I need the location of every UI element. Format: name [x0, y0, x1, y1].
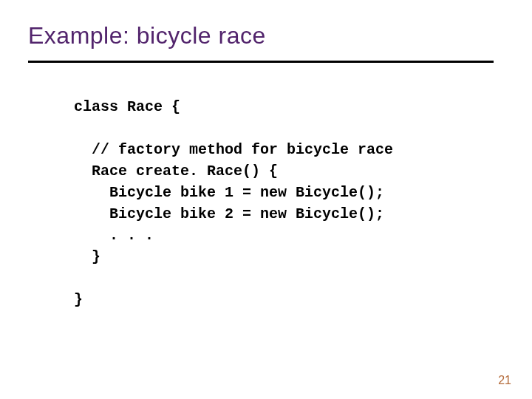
- code-line: . . .: [74, 227, 154, 244]
- code-line: // factory method for bicycle race: [74, 141, 393, 158]
- code-line: Race create. Race() {: [74, 163, 278, 180]
- code-line: class Race {: [74, 98, 180, 115]
- slide: Example: bicycle race class Race { // fa…: [0, 0, 532, 399]
- code-line: Bicycle bike 1 = new Bicycle();: [74, 184, 384, 201]
- code-line: Bicycle bike 2 = new Bicycle();: [74, 205, 384, 222]
- title-underline: [28, 61, 494, 63]
- code-line: }: [74, 291, 83, 308]
- code-block: class Race { // factory method for bicyc…: [74, 96, 393, 310]
- slide-title: Example: bicycle race: [28, 22, 266, 50]
- page-number: 21: [498, 374, 511, 387]
- code-line: }: [74, 248, 100, 265]
